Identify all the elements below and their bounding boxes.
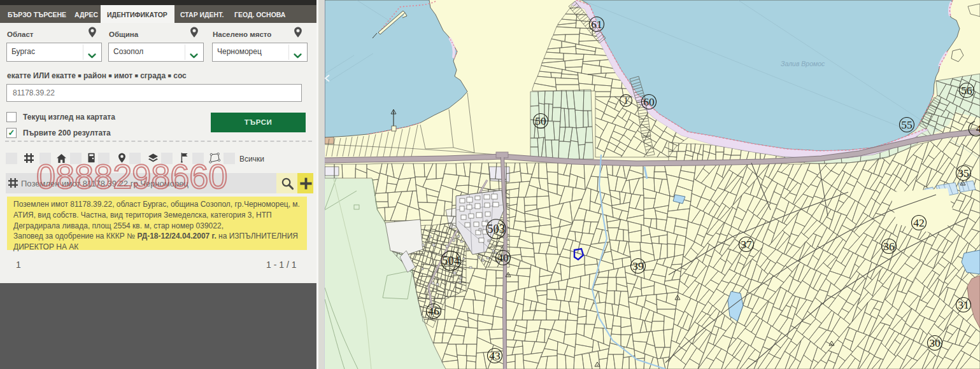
svg-text:503: 503 (487, 223, 505, 235)
svg-text:39: 39 (632, 260, 644, 272)
svg-text:Залив Вромос: Залив Вромос (781, 60, 825, 67)
svg-text:40: 40 (497, 251, 509, 264)
svg-text:56: 56 (961, 84, 972, 97)
svg-text:36: 36 (883, 240, 895, 253)
svg-text:4: 4 (976, 123, 980, 135)
svg-text:31: 31 (958, 298, 969, 311)
svg-text:60: 60 (643, 95, 655, 108)
svg-text:42: 42 (913, 216, 925, 229)
svg-text:504: 504 (442, 254, 460, 267)
svg-text:30: 30 (929, 337, 941, 349)
svg-text:46: 46 (428, 305, 439, 317)
svg-text:35: 35 (958, 167, 969, 179)
svg-text:50: 50 (535, 115, 546, 127)
svg-text:61: 61 (591, 18, 602, 31)
svg-text:43: 43 (489, 349, 501, 362)
svg-text:1: 1 (623, 95, 628, 106)
svg-text:37: 37 (741, 238, 752, 251)
svg-text:55: 55 (901, 118, 913, 131)
